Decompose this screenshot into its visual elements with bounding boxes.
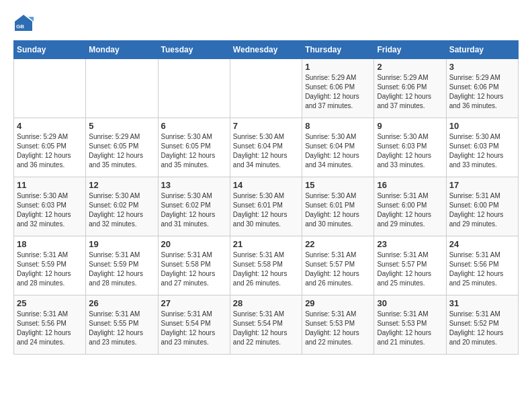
calendar-cell: 2Sunrise: 5:29 AM Sunset: 6:06 PM Daylig… — [374, 59, 446, 118]
day-number: 7 — [233, 121, 299, 131]
day-number: 3 — [449, 62, 515, 72]
calendar-cell: 23Sunrise: 5:31 AM Sunset: 5:57 PM Dayli… — [374, 236, 446, 295]
calendar-cell: 5Sunrise: 5:29 AM Sunset: 6:05 PM Daylig… — [86, 118, 158, 177]
weekday-header-monday: Monday — [86, 41, 158, 59]
weekday-header-saturday: Saturday — [446, 41, 518, 59]
day-number: 30 — [377, 298, 443, 308]
calendar-cell: 8Sunrise: 5:30 AM Sunset: 6:04 PM Daylig… — [302, 118, 374, 177]
calendar-cell: 30Sunrise: 5:31 AM Sunset: 5:53 PM Dayli… — [374, 295, 446, 355]
day-info: Sunrise: 5:30 AM Sunset: 6:01 PM Dayligh… — [233, 191, 299, 229]
calendar-cell: 26Sunrise: 5:31 AM Sunset: 5:55 PM Dayli… — [86, 295, 158, 355]
weekday-header-wednesday: Wednesday — [230, 41, 302, 59]
day-info: Sunrise: 5:31 AM Sunset: 5:53 PM Dayligh… — [305, 310, 371, 347]
day-info: Sunrise: 5:29 AM Sunset: 6:05 PM Dayligh… — [89, 132, 154, 170]
day-info: Sunrise: 5:31 AM Sunset: 5:55 PM Dayligh… — [89, 310, 154, 347]
calendar-cell: 11Sunrise: 5:30 AM Sunset: 6:03 PM Dayli… — [14, 177, 86, 236]
day-number: 1 — [305, 62, 371, 72]
day-number: 14 — [233, 180, 299, 190]
calendar-cell: 19Sunrise: 5:31 AM Sunset: 5:59 PM Dayli… — [86, 236, 158, 295]
calendar-cell: 18Sunrise: 5:31 AM Sunset: 5:59 PM Dayli… — [14, 236, 86, 295]
weekday-header-sunday: Sunday — [14, 41, 86, 59]
svg-text:GB: GB — [16, 24, 24, 30]
calendar-cell: 10Sunrise: 5:30 AM Sunset: 6:03 PM Dayli… — [446, 118, 518, 177]
day-number: 18 — [17, 239, 83, 249]
day-number: 26 — [89, 298, 154, 308]
calendar-cell: 22Sunrise: 5:31 AM Sunset: 5:57 PM Dayli… — [302, 236, 374, 295]
day-number: 11 — [17, 180, 83, 190]
day-number: 29 — [305, 298, 371, 308]
day-info: Sunrise: 5:29 AM Sunset: 6:06 PM Dayligh… — [305, 73, 371, 111]
weekday-header-thursday: Thursday — [302, 41, 374, 59]
calendar-cell: 31Sunrise: 5:31 AM Sunset: 5:52 PM Dayli… — [446, 295, 518, 355]
day-info: Sunrise: 5:31 AM Sunset: 5:59 PM Dayligh… — [89, 250, 154, 288]
day-number: 9 — [377, 121, 443, 131]
calendar-cell: 12Sunrise: 5:30 AM Sunset: 6:02 PM Dayli… — [86, 177, 158, 236]
day-number: 31 — [449, 298, 515, 308]
day-number: 22 — [305, 239, 371, 249]
day-info: Sunrise: 5:31 AM Sunset: 5:53 PM Dayligh… — [377, 310, 443, 347]
day-number: 28 — [233, 298, 299, 308]
day-info: Sunrise: 5:30 AM Sunset: 6:02 PM Dayligh… — [89, 191, 154, 229]
calendar-cell: 3Sunrise: 5:29 AM Sunset: 6:06 PM Daylig… — [446, 59, 518, 118]
day-number: 19 — [89, 239, 154, 249]
day-number: 5 — [89, 121, 154, 131]
page-header: GB — [13, 13, 519, 34]
day-info: Sunrise: 5:31 AM Sunset: 5:52 PM Dayligh… — [449, 310, 515, 347]
day-info: Sunrise: 5:30 AM Sunset: 6:01 PM Dayligh… — [305, 191, 371, 229]
day-number: 27 — [161, 298, 227, 308]
day-number: 21 — [233, 239, 299, 249]
calendar-cell: 14Sunrise: 5:30 AM Sunset: 6:01 PM Dayli… — [230, 177, 302, 236]
day-info: Sunrise: 5:31 AM Sunset: 5:54 PM Dayligh… — [233, 310, 299, 347]
day-info: Sunrise: 5:29 AM Sunset: 6:06 PM Dayligh… — [377, 73, 443, 111]
calendar-cell: 7Sunrise: 5:30 AM Sunset: 6:04 PM Daylig… — [230, 118, 302, 177]
calendar-cell: 9Sunrise: 5:30 AM Sunset: 6:03 PM Daylig… — [374, 118, 446, 177]
day-number: 24 — [449, 239, 515, 249]
calendar-cell: 24Sunrise: 5:31 AM Sunset: 5:56 PM Dayli… — [446, 236, 518, 295]
day-info: Sunrise: 5:31 AM Sunset: 5:57 PM Dayligh… — [305, 250, 371, 288]
day-number: 20 — [161, 239, 227, 249]
day-info: Sunrise: 5:31 AM Sunset: 5:57 PM Dayligh… — [377, 250, 443, 288]
calendar-cell: 15Sunrise: 5:30 AM Sunset: 6:01 PM Dayli… — [302, 177, 374, 236]
day-number: 17 — [449, 180, 515, 190]
day-info: Sunrise: 5:30 AM Sunset: 6:04 PM Dayligh… — [233, 132, 299, 170]
day-number: 25 — [17, 298, 83, 308]
day-info: Sunrise: 5:30 AM Sunset: 6:03 PM Dayligh… — [377, 132, 443, 170]
day-number: 12 — [89, 180, 154, 190]
day-info: Sunrise: 5:31 AM Sunset: 5:59 PM Dayligh… — [17, 250, 83, 288]
weekday-header-tuesday: Tuesday — [158, 41, 230, 59]
day-info: Sunrise: 5:30 AM Sunset: 6:03 PM Dayligh… — [17, 191, 83, 229]
calendar-cell: 28Sunrise: 5:31 AM Sunset: 5:54 PM Dayli… — [230, 295, 302, 355]
calendar-cell: 27Sunrise: 5:31 AM Sunset: 5:54 PM Dayli… — [158, 295, 230, 355]
day-number: 23 — [377, 239, 443, 249]
day-number: 15 — [305, 180, 371, 190]
logo: GB — [13, 13, 36, 34]
day-info: Sunrise: 5:30 AM Sunset: 6:04 PM Dayligh… — [305, 132, 371, 170]
day-info: Sunrise: 5:31 AM Sunset: 6:00 PM Dayligh… — [449, 191, 515, 229]
calendar-cell: 20Sunrise: 5:31 AM Sunset: 5:58 PM Dayli… — [158, 236, 230, 295]
calendar-cell: 29Sunrise: 5:31 AM Sunset: 5:53 PM Dayli… — [302, 295, 374, 355]
day-info: Sunrise: 5:31 AM Sunset: 5:56 PM Dayligh… — [17, 310, 83, 347]
weekday-header-friday: Friday — [374, 41, 446, 59]
day-info: Sunrise: 5:31 AM Sunset: 5:56 PM Dayligh… — [449, 250, 515, 288]
calendar-cell: 4Sunrise: 5:29 AM Sunset: 6:05 PM Daylig… — [14, 118, 86, 177]
day-number: 2 — [377, 62, 443, 72]
calendar-cell: 13Sunrise: 5:30 AM Sunset: 6:02 PM Dayli… — [158, 177, 230, 236]
day-info: Sunrise: 5:31 AM Sunset: 6:00 PM Dayligh… — [377, 191, 443, 229]
day-info: Sunrise: 5:30 AM Sunset: 6:03 PM Dayligh… — [449, 132, 515, 170]
logo-icon: GB — [13, 13, 34, 34]
day-number: 6 — [161, 121, 227, 131]
day-number: 16 — [377, 180, 443, 190]
calendar-cell: 17Sunrise: 5:31 AM Sunset: 6:00 PM Dayli… — [446, 177, 518, 236]
day-number: 8 — [305, 121, 371, 131]
calendar-cell: 6Sunrise: 5:30 AM Sunset: 6:05 PM Daylig… — [158, 118, 230, 177]
calendar-cell — [86, 59, 158, 118]
calendar-cell: 16Sunrise: 5:31 AM Sunset: 6:00 PM Dayli… — [374, 177, 446, 236]
day-info: Sunrise: 5:29 AM Sunset: 6:06 PM Dayligh… — [449, 73, 515, 111]
calendar-cell: 21Sunrise: 5:31 AM Sunset: 5:58 PM Dayli… — [230, 236, 302, 295]
day-info: Sunrise: 5:30 AM Sunset: 6:02 PM Dayligh… — [161, 191, 227, 229]
day-info: Sunrise: 5:30 AM Sunset: 6:05 PM Dayligh… — [161, 132, 227, 170]
calendar-cell — [230, 59, 302, 118]
day-number: 13 — [161, 180, 227, 190]
day-number: 4 — [17, 121, 83, 131]
day-number: 10 — [449, 121, 515, 131]
